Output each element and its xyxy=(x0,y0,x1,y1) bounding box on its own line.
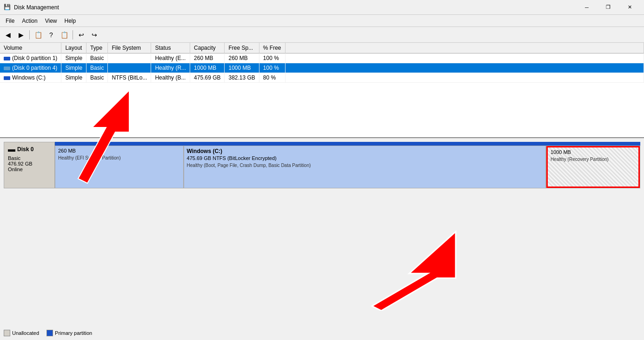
restore-button[interactable]: ❐ xyxy=(598,0,619,15)
col-capacity[interactable]: Capacity xyxy=(190,43,225,53)
col-status[interactable]: Status xyxy=(151,43,190,53)
disk-status: Online xyxy=(8,167,51,172)
cell-percentfree: 100 % xyxy=(259,53,285,63)
partition-windows-status: Healthy (Boot, Page File, Crash Dump, Ba… xyxy=(187,163,543,168)
toolbar-forward[interactable]: ▶ xyxy=(15,29,27,41)
cell-volume: Windows (C:) xyxy=(0,73,61,83)
legend-unallocated: Unallocated xyxy=(4,330,39,336)
disk-name: Disk 0 xyxy=(17,146,33,153)
cell-type: Basic xyxy=(86,53,108,63)
cell-capacity: 260 MB xyxy=(190,53,225,63)
app-icon: 💾 xyxy=(4,4,11,11)
toolbar-properties[interactable]: 📋 xyxy=(58,29,70,41)
cell-type: Basic xyxy=(86,63,108,73)
table-row[interactable]: Windows (C:) Simple Basic NTFS (BitLo...… xyxy=(0,73,644,83)
partition-windows-size: 475.69 GB NTFS (BitLocker Encrypted) xyxy=(187,155,543,161)
partition-efi-size: 260 MB xyxy=(58,148,180,153)
toolbar-separator-2 xyxy=(73,30,73,40)
table-header-row: Volume Layout Type File System Status Ca… xyxy=(0,43,644,53)
toolbar-undo[interactable]: ↩ xyxy=(75,29,87,41)
col-type[interactable]: Type xyxy=(86,43,108,53)
disk-icon: ▬ xyxy=(8,145,15,153)
menu-file[interactable]: File xyxy=(2,17,18,25)
cell-layout: Simple xyxy=(61,63,86,73)
table-row[interactable]: (Disk 0 partition 4) Simple Basic Health… xyxy=(0,63,644,73)
svg-marker-1 xyxy=(372,232,456,311)
cell-capacity: 1000 MB xyxy=(190,63,225,73)
main-content: Volume Layout Type File System Status Ca… xyxy=(0,43,644,340)
partition-efi[interactable]: 260 MB Healthy (EFI System Partition) xyxy=(55,146,184,188)
cell-status: Healthy (B... xyxy=(151,73,190,83)
col-layout[interactable]: Layout xyxy=(61,43,86,53)
cell-percentfree: 100 % xyxy=(259,63,285,73)
partition-recovery[interactable]: 1000 MB Healthy (Recovery Partition) xyxy=(546,146,640,188)
disk-type: Basic xyxy=(8,155,51,161)
volume-table-area: Volume Layout Type File System Status Ca… xyxy=(0,43,644,138)
col-volume[interactable]: Volume xyxy=(0,43,61,53)
toolbar-redo[interactable]: ↪ xyxy=(88,29,100,41)
cell-percentfree: 80 % xyxy=(259,73,285,83)
primary-label: Primary partition xyxy=(55,330,92,336)
disk-header-bar xyxy=(55,142,640,146)
cell-freespace: 260 MB xyxy=(225,53,259,63)
partition-recovery-size: 1000 MB xyxy=(551,149,636,155)
legend-primary: Primary partition xyxy=(46,330,92,336)
disk-map-area: ▬ Disk 0 Basic 476.92 GB Online 260 MB H… xyxy=(0,138,644,340)
toolbar-help[interactable]: ? xyxy=(45,29,57,41)
title-bar: 💾 Disk Management ─ ❐ ✕ xyxy=(0,0,644,15)
partition-efi-status: Healthy (EFI System Partition) xyxy=(58,155,180,160)
toolbar: ◀ ▶ 📋 ? 📋 ↩ ↪ xyxy=(0,27,644,43)
cell-filesystem xyxy=(108,53,151,63)
cell-freespace: 382.13 GB xyxy=(225,73,259,83)
cell-volume: (Disk 0 partition 1) xyxy=(0,53,61,63)
cell-capacity: 475.69 GB xyxy=(190,73,225,83)
partition-windows-name: Windows (C:) xyxy=(187,148,543,154)
menu-help[interactable]: Help xyxy=(61,17,80,25)
unallocated-label: Unallocated xyxy=(12,330,39,336)
table-row[interactable]: (Disk 0 partition 1) Simple Basic Health… xyxy=(0,53,644,63)
app-title: Disk Management xyxy=(14,4,59,11)
menu-bar: File Action View Help xyxy=(0,15,644,27)
partition-windows[interactable]: Windows (C:) 475.69 GB NTFS (BitLocker E… xyxy=(184,146,546,188)
window-controls: ─ ❐ ✕ xyxy=(576,0,640,15)
disk-partitions-container: 260 MB Healthy (EFI System Partition) Wi… xyxy=(55,142,640,188)
cell-freespace: 1000 MB xyxy=(225,63,259,73)
cell-status: Healthy (E... xyxy=(151,53,190,63)
cell-layout: Simple xyxy=(61,73,86,83)
cell-layout: Simple xyxy=(61,53,86,63)
disk-label: ▬ Disk 0 Basic 476.92 GB Online xyxy=(4,142,55,188)
unallocated-box xyxy=(4,330,10,336)
toolbar-view[interactable]: 📋 xyxy=(32,29,44,41)
menu-action[interactable]: Action xyxy=(18,17,41,25)
minimize-button[interactable]: ─ xyxy=(576,0,598,15)
col-extra xyxy=(285,43,644,53)
legend: Unallocated Primary partition xyxy=(4,330,92,336)
disk-partitions: 260 MB Healthy (EFI System Partition) Wi… xyxy=(55,146,640,188)
primary-box xyxy=(46,330,53,336)
cell-status: Healthy (R... xyxy=(151,63,190,73)
toolbar-separator-1 xyxy=(29,30,30,40)
disk-size: 476.92 GB xyxy=(8,161,51,167)
svg-marker-0 xyxy=(78,90,129,138)
cell-type: Basic xyxy=(86,73,108,83)
cell-filesystem xyxy=(108,63,151,73)
toolbar-back[interactable]: ◀ xyxy=(2,29,14,41)
close-button[interactable]: ✕ xyxy=(619,0,640,15)
col-percentfree[interactable]: % Free xyxy=(259,43,285,53)
col-filesystem[interactable]: File System xyxy=(108,43,151,53)
volume-table: Volume Layout Type File System Status Ca… xyxy=(0,43,644,83)
col-freespace[interactable]: Free Sp... xyxy=(225,43,259,53)
cell-filesystem: NTFS (BitLo... xyxy=(108,73,151,83)
partition-recovery-status: Healthy (Recovery Partition) xyxy=(551,157,636,162)
menu-view[interactable]: View xyxy=(41,17,61,25)
disk-row: ▬ Disk 0 Basic 476.92 GB Online 260 MB H… xyxy=(4,142,640,188)
cell-volume: (Disk 0 partition 4) xyxy=(0,63,61,73)
